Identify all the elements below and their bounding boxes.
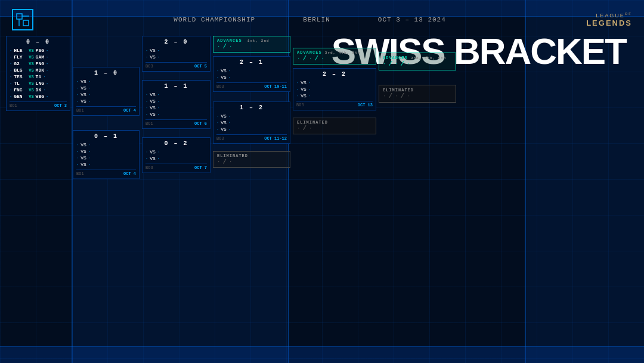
match-tes-t1: · TES VS T1 · [10, 73, 67, 80]
col6-advances-box: ADVANCES 3rd, 4th, 5th · / · / · [379, 53, 456, 70]
col5-2-2-box: 2 – 2 · VS · · VS · · VS · BO3 OCT 13 [293, 68, 376, 110]
svg-rect-0 [17, 14, 22, 19]
match-fly-gam: · FLY VS GAM · [10, 54, 67, 60]
col3: 2 – 0 · VS · · VS · BO3 OCT 5 1 – 1 · VS… [142, 36, 210, 173]
lol-logo: Leagueof Legends [586, 12, 632, 27]
event-dates: OCT 3 – 13 2024 [378, 16, 446, 23]
advances-top-label: ADVANCES 1st, 2nd [217, 38, 286, 43]
event-location: BERLIN [303, 16, 330, 23]
col4: ADVANCES 1st, 2nd · / · 2 – 1 · VS · · V… [213, 36, 290, 168]
match-gen-wbg: · GEN VS WBG · [10, 93, 67, 100]
col6-eliminated-box: ELIMINATED · / · / · [379, 85, 456, 103]
col3-1-1-box: 1 – 1 · VS · · VS · · VS · · VS · BO1 OC… [142, 80, 210, 129]
initial-match-box: 0 – 0 · HLE VS PSG · · FLY VS GAM · · G2… [6, 36, 70, 111]
col3-0-2-box: 0 – 2 · VS · · VS · BO3 OCT 7 [142, 137, 210, 173]
col2: 1 – 0 · VS · · VS · · VS · · VS · BO1 OC… [73, 36, 140, 179]
col5-advances-box: ADVANCES 3rd, 4th, 5th · / · / · [293, 48, 376, 64]
league-text: Leagueof [586, 12, 632, 19]
bg-bar-bottom [0, 346, 644, 363]
col4-2-1-box: 2 – 1 · VS · · VS · BO3 OCT 10-11 [213, 56, 290, 92]
col5: ADVANCES 3rd, 4th, 5th · / · / · 2 – 2 ·… [293, 36, 376, 134]
event-title: WORLD CHAMPIONSHIP [174, 16, 255, 23]
col-initial: 0 – 0 · HLE VS PSG · · FLY VS GAM · · G2… [6, 36, 70, 111]
col2-0-1-box: 0 – 1 · VS · · VS · · VS · · VS · BO1 OC… [73, 130, 140, 179]
match-g2-png: · G2 VS PNG · [10, 60, 67, 67]
col3-2-0-box: 2 – 0 · VS · · VS · BO3 OCT 5 [142, 36, 210, 72]
legends-text: Legends [586, 19, 632, 27]
score-0-1: 0 – 1 [76, 133, 136, 140]
match-hle-psg: · HLE VS PSG · [10, 47, 67, 54]
col4-eliminated-box: ELIMINATED · / · [213, 151, 290, 168]
header-center: WORLD CHAMPIONSHIP BERLIN OCT 3 – 13 202… [174, 16, 445, 23]
score-1-0: 1 – 0 [76, 70, 136, 76]
col5-eliminated-box: ELIMINATED · / · [293, 118, 376, 134]
col2-1-0-box: 1 – 0 · VS · · VS · · VS · · VS · BO1 OC… [73, 67, 140, 116]
col6: ADVANCES 3rd, 4th, 5th · / · / · ELIMINA… [379, 36, 456, 103]
initial-score: 0 – 0 [10, 39, 67, 45]
advances-top-box: ADVANCES 1st, 2nd · / · [213, 36, 290, 53]
match-blg-mdk: · BLG VS MDK · [10, 67, 67, 73]
initial-footer: BO1 OCT 3 [10, 101, 67, 108]
svg-rect-1 [23, 20, 29, 26]
match-fnc-dk: · FNC VS DK · [10, 87, 67, 93]
col4-1-2-box: 1 – 2 · VS · · VS · · VS · BO3 OCT 11-12 [213, 101, 290, 144]
match-tl-lng: · TL VS LNG · [10, 80, 67, 87]
app-logo-icon [12, 9, 33, 30]
